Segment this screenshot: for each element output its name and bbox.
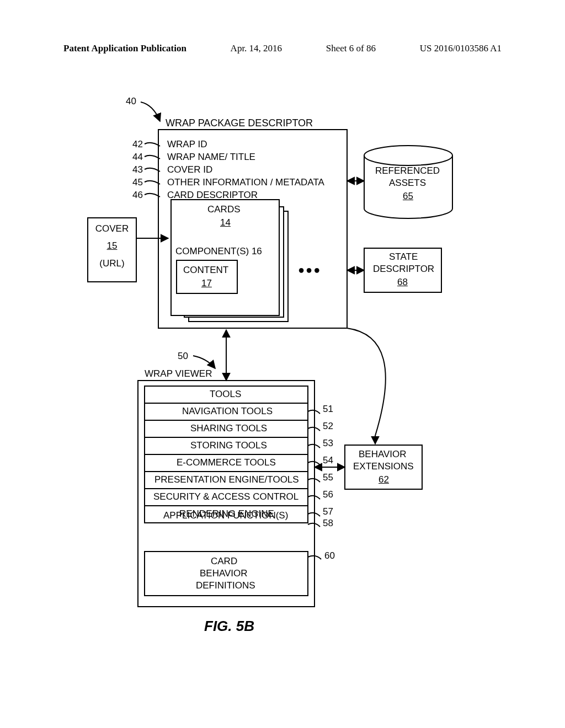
behavior-ext-ref: 62 xyxy=(379,474,389,485)
tools-title: TOOLS xyxy=(210,389,241,400)
card-behavior-l3: DEFINITIONS xyxy=(196,580,255,591)
ref-40: 40 xyxy=(126,96,136,107)
svg-point-9 xyxy=(364,146,452,165)
card-behavior-l1: CARD xyxy=(211,556,237,567)
ref-45: 45 xyxy=(132,177,143,188)
ref-50: 50 xyxy=(178,351,188,362)
tool-6-ref: 56 xyxy=(323,489,333,500)
figure-label: FIG. 5B xyxy=(204,618,254,635)
content-ref: 17 xyxy=(201,278,212,289)
card-behavior-l2: BEHAVIOR xyxy=(200,568,248,579)
label-cover-id: COVER ID xyxy=(167,164,212,175)
tool-2-label: SHARING TOOLS xyxy=(190,423,267,434)
tool-4-label: E-COMMERCE TOOLS xyxy=(177,457,276,468)
ref-42: 42 xyxy=(132,139,143,150)
ref-43: 43 xyxy=(132,164,143,175)
ref-assets-ref: 65 xyxy=(403,191,413,202)
viewer-title: WRAP VIEWER xyxy=(145,368,212,379)
content-label: CONTENT xyxy=(183,265,228,276)
cover-box: COVER 15 (URL) xyxy=(87,217,137,282)
label-card-descriptor: CARD DESCRIPTOR xyxy=(167,190,258,201)
card-behavior-ref: 60 xyxy=(324,550,335,561)
ref-assets-l2: ASSETS xyxy=(389,178,426,189)
ellipsis-icon: ●●● xyxy=(298,264,321,276)
state-l1: STATE xyxy=(389,251,418,263)
behavior-ext-l1: BEHAVIOR xyxy=(359,449,407,460)
cover-label: COVER xyxy=(88,223,136,234)
ref-assets-l1: REFERENCED xyxy=(375,165,440,176)
tool-4-ref: 54 xyxy=(323,455,333,466)
cover-sub: (URL) xyxy=(88,258,136,269)
cards-ref: 14 xyxy=(220,217,231,228)
tool-6-label: SECURITY & ACCESS CONTROL xyxy=(153,491,299,502)
tool-3-ref: 53 xyxy=(323,438,333,449)
diagram: 40 WRAP PACKAGE DESCRIPTOR 42 WRAP ID 44… xyxy=(0,0,565,728)
cards-label: CARDS xyxy=(207,204,241,215)
label-wrap-name: WRAP NAME/ TITLE xyxy=(167,152,255,163)
behavior-ext-l2: EXTENSIONS xyxy=(353,461,414,472)
ref-44: 44 xyxy=(132,152,143,163)
label-wrap-id: WRAP ID xyxy=(167,139,207,150)
state-ref: 68 xyxy=(397,277,408,288)
tool-5-ref: 55 xyxy=(323,472,333,483)
tool-8-ref: 58 xyxy=(323,518,333,529)
label-meta: OTHER INFORMATION / METADATA xyxy=(167,177,324,188)
tool-1-label: NAVIGATION TOOLS xyxy=(182,406,273,417)
cover-ref: 15 xyxy=(88,240,136,251)
components-label: COMPONENT(S) 16 xyxy=(175,246,262,257)
tool-3-label: STORING TOOLS xyxy=(190,440,267,451)
tool-7-ref: 57 xyxy=(323,506,333,517)
tool-1-ref: 51 xyxy=(323,404,333,415)
tool-2-ref: 52 xyxy=(323,421,333,432)
descriptor-title: WRAP PACKAGE DESCRIPTOR xyxy=(166,117,313,129)
ref-46: 46 xyxy=(132,190,143,201)
state-l2: DESCRIPTOR xyxy=(373,264,434,275)
tool-8-label: APPLICATION FUNCTION(S) xyxy=(163,510,288,521)
tool-5-label: PRESENTATION ENGINE/TOOLS xyxy=(154,474,299,485)
